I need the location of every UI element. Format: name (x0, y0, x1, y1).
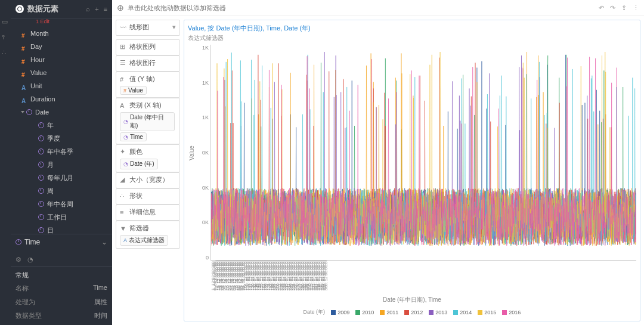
pill-表达式筛选器[interactable]: A表达式筛选器 (120, 235, 168, 246)
tab-clock-icon[interactable]: ◔ (27, 256, 33, 264)
section-general: 常规 (16, 269, 107, 281)
prop-row[interactable]: 处理为属性 (16, 295, 107, 309)
x-axis: 1, 12:00:00:000 上午6, 08:00:00:000 下午12, … (188, 261, 636, 294)
add-icon[interactable]: + (95, 5, 98, 13)
tree-item-date[interactable]: Date (11, 106, 112, 119)
tree-item-每年几月[interactable]: 每年几月 (11, 171, 112, 184)
share-icon[interactable]: ⇪ (621, 4, 627, 12)
tree-item-月[interactable]: 月 (11, 158, 112, 171)
cfg-类别 (X 轴)[interactable]: A类别 (X 轴)◔Date (年中日期)◔Time (116, 98, 180, 144)
chevron-down-icon[interactable]: ⌄ (101, 238, 107, 246)
tree-item-hour[interactable]: #Hour (11, 53, 112, 66)
filter-hint[interactable]: 单击此处或拖动数据以添加筛选器 (128, 4, 226, 13)
sidebar-tree: #Month#Day#Hour#ValueAUnitADurationDate年… (11, 24, 112, 234)
rail-icon-chart[interactable]: ⫯ (2, 33, 9, 41)
legend-2015[interactable]: 2015 (478, 308, 496, 316)
main: ⊕ 单击此处或拖动数据以添加筛选器 ↶ ↷ ⇪ ⋮ 〰线形图▾ ⊞格状图列☰格状… (112, 0, 644, 325)
cfg-筛选器[interactable]: ▼筛选器A表达式筛选器 (116, 221, 180, 249)
pill-Value[interactable]: #Value (120, 86, 147, 95)
legend-2009[interactable]: 2009 (331, 308, 349, 316)
filter-icon[interactable]: ≡ (104, 5, 107, 13)
prop-row[interactable]: 数据类型时间 (16, 309, 107, 323)
cfg-格状图行[interactable]: ☰格状图行 (116, 55, 180, 72)
tree-item-周[interactable]: 周 (11, 184, 112, 197)
cfg-格状图列[interactable]: ⊞格状图列 (116, 39, 180, 55)
y-axis-label: Value (188, 146, 195, 160)
tree-item-年中各季[interactable]: 年中各季 (11, 145, 112, 158)
tree-item-日[interactable]: 日 (11, 224, 112, 234)
cfg-详细信息[interactable]: ≡详细信息 (116, 205, 180, 221)
panel-title: Time (24, 238, 40, 246)
pill-Date (年)[interactable]: ◔Date (年) (120, 159, 158, 169)
legend-2010[interactable]: 2010 (355, 308, 374, 316)
chart-type-label: 线形图 (129, 23, 149, 32)
tree-item-day[interactable]: #Day (11, 40, 112, 53)
sidebar-subtitle: 1 Edit (11, 18, 112, 24)
add-filter-icon[interactable]: ⊕ (117, 3, 124, 13)
rail-icon-bars[interactable]: ▭ (2, 18, 9, 25)
pill-Time[interactable]: ◔Time (120, 132, 147, 141)
chart-title: Value, 按 Date (年中日期), Time, Date (年) (188, 23, 636, 34)
chart-type-select[interactable]: 〰线形图▾ (116, 20, 180, 36)
sidebar: 数据元素 ⌕ + ≡ 1 Edit #Month#Day#Hour#ValueA… (11, 0, 112, 325)
chevron-down-icon: ▾ (172, 23, 176, 31)
legend-2014[interactable]: 2014 (453, 308, 472, 316)
time-panel: Time⌄ (11, 234, 112, 253)
tree-item-季度[interactable]: 季度 (11, 132, 112, 145)
legend-2012[interactable]: 2012 (404, 308, 423, 316)
chart-subtitle: 表达式筛选器 (188, 34, 636, 45)
line-chart-icon: 〰 (120, 24, 127, 31)
cfg-颜色[interactable]: ✦颜色◔Date (年) (116, 144, 180, 172)
sidebar-header: 数据元素 ⌕ + ≡ (11, 0, 112, 18)
legend-2013[interactable]: 2013 (429, 308, 447, 316)
search-icon[interactable]: ⌕ (86, 5, 90, 13)
more-icon[interactable]: ⋮ (633, 4, 639, 12)
tree-item-工作日[interactable]: 工作日 (11, 211, 112, 224)
clock-icon (16, 239, 21, 245)
prop-row[interactable]: 名称Time (16, 281, 107, 295)
undo-icon[interactable]: ↶ (599, 4, 604, 12)
tree-item-年[interactable]: 年 (11, 119, 112, 132)
rail-icon-dots[interactable]: ∴ (2, 49, 9, 56)
redo-icon[interactable]: ↷ (610, 4, 615, 12)
tree-item-unit[interactable]: AUnit (11, 79, 112, 92)
y-axis: 1K1K1K0K0K0K0 (195, 45, 210, 261)
legend-2011[interactable]: 2011 (380, 308, 398, 316)
tree-item-value[interactable]: #Value (11, 66, 112, 79)
cfg-值 (Y 轴)[interactable]: #值 (Y 轴)#Value (116, 72, 180, 98)
left-rail: ▭ ⫯ ∴ (0, 0, 11, 325)
tab-settings-icon[interactable]: ⚙ (16, 256, 21, 264)
panel-tabs: ⚙ ◔ (11, 253, 112, 266)
pill-Date (年中日期)[interactable]: ◔Date (年中日期) (120, 112, 175, 131)
sidebar-title: 数据元素 (27, 4, 86, 14)
legend: Date (年)20092010201120122013201420152016 (188, 306, 636, 318)
logo-icon (16, 5, 24, 13)
tree-item-month[interactable]: #Month (11, 27, 112, 40)
tree-item-年中各周[interactable]: 年中各周 (11, 197, 112, 211)
cfg-形状[interactable]: ∴形状 (116, 188, 180, 205)
legend-2016[interactable]: 2016 (502, 308, 521, 316)
config-panel: 〰线形图▾ ⊞格状图列☰格状图行#值 (Y 轴)#ValueA类别 (X 轴)◔… (116, 20, 180, 321)
topbar: ⊕ 单击此处或拖动数据以添加筛选器 ↶ ↷ ⇪ ⋮ (112, 0, 644, 16)
plot-area[interactable] (210, 45, 636, 261)
x-axis-label: Date (年中日期), Time (188, 294, 636, 306)
cfg-大小（宽度）[interactable]: ◢大小（宽度） (116, 172, 180, 188)
chart-card: Value, 按 Date (年中日期), Time, Date (年) 表达式… (184, 20, 640, 321)
tree-item-duration[interactable]: ADuration (11, 92, 112, 106)
